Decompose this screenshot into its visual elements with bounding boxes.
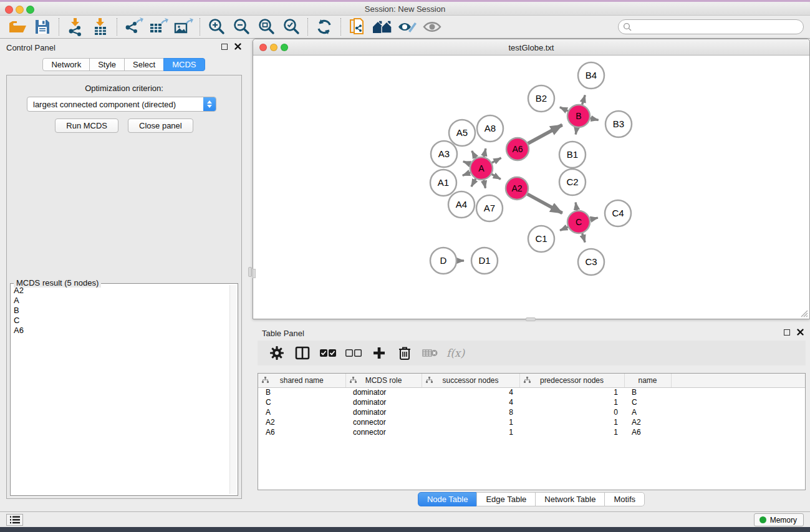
vertical-splitter-grip[interactable] bbox=[248, 267, 252, 277]
column-header-MCDS-role[interactable]: MCDS role bbox=[345, 374, 422, 387]
open-session-button[interactable] bbox=[5, 17, 30, 37]
mcds-result-list[interactable]: A2ABCA6 bbox=[12, 286, 229, 494]
float-panel-icon[interactable] bbox=[221, 44, 228, 50]
tab-edge-table[interactable]: Edge Table bbox=[476, 492, 536, 506]
table-cell[interactable]: connector bbox=[345, 417, 422, 427]
table-cell[interactable]: B bbox=[258, 387, 345, 397]
table-cell[interactable]: 1 bbox=[519, 417, 624, 427]
result-scrollbar[interactable] bbox=[229, 285, 236, 494]
graph-edge-A-A8[interactable] bbox=[484, 148, 486, 157]
graph-edge-A-A4[interactable] bbox=[471, 179, 476, 186]
graph-edge-B-B3[interactable] bbox=[591, 118, 599, 120]
graph-edge-A2-C[interactable] bbox=[528, 194, 562, 213]
column-header-successor-nodes[interactable]: successor nodes bbox=[422, 374, 519, 387]
delete-table-button[interactable] bbox=[418, 343, 441, 363]
optimization-criterion-dropdown[interactable]: largest connected component (directed) bbox=[27, 97, 216, 112]
zoom-in-button[interactable] bbox=[204, 17, 229, 37]
annotation-visibility-button[interactable] bbox=[395, 17, 420, 37]
table-header-row[interactable]: shared nameMCDS rolesuccessor nodesprede… bbox=[258, 374, 805, 387]
graph-edge-B-B2[interactable] bbox=[560, 107, 568, 111]
show-columns-button[interactable] bbox=[291, 343, 314, 363]
graph-edge-A-A5[interactable] bbox=[472, 151, 476, 158]
close-table-panel-icon[interactable] bbox=[797, 329, 804, 336]
import-network-button[interactable] bbox=[63, 17, 88, 37]
tab-motifs[interactable]: Motifs bbox=[604, 492, 645, 506]
table-row[interactable]: Adominator80A bbox=[258, 407, 805, 417]
horizontal-splitter-grip[interactable] bbox=[526, 317, 536, 321]
apply-layout-button[interactable] bbox=[312, 17, 337, 37]
graph-edge-C-C4[interactable] bbox=[591, 218, 598, 220]
network-left-grip[interactable] bbox=[253, 269, 256, 278]
table-cell[interactable]: 1 bbox=[422, 417, 519, 427]
deselect-all-button[interactable] bbox=[342, 343, 365, 363]
run-mcds-button[interactable]: Run MCDS bbox=[55, 118, 118, 133]
clone-network-button[interactable] bbox=[345, 17, 370, 37]
mcds-result-item[interactable]: C bbox=[12, 316, 229, 326]
save-session-button[interactable] bbox=[30, 17, 55, 37]
graph-edge-A-A3[interactable] bbox=[463, 162, 470, 164]
delete-column-button[interactable] bbox=[393, 343, 416, 363]
node-table[interactable]: shared nameMCDS rolesuccessor nodesprede… bbox=[258, 374, 805, 437]
mcds-result-item[interactable]: B bbox=[12, 306, 229, 316]
select-all-button[interactable] bbox=[316, 343, 339, 363]
column-header-predecessor-nodes[interactable]: predecessor nodes bbox=[519, 374, 624, 387]
table-cell[interactable]: C bbox=[624, 397, 671, 407]
function-builder-button[interactable]: f(x) bbox=[444, 343, 467, 363]
memory-button[interactable]: Memory bbox=[754, 513, 804, 526]
graph-edge-B-B1[interactable] bbox=[576, 128, 577, 135]
table-row[interactable]: A6connector11A6 bbox=[258, 427, 805, 437]
table-cell[interactable]: A bbox=[258, 407, 345, 417]
graph-edge-A-A7[interactable] bbox=[484, 180, 486, 188]
export-network-button[interactable] bbox=[121, 17, 146, 37]
table-cell[interactable]: 1 bbox=[519, 387, 624, 397]
graph-edge-A-A1[interactable] bbox=[463, 173, 470, 176]
table-cell[interactable]: dominator bbox=[345, 407, 422, 417]
zoom-fit-button[interactable] bbox=[254, 17, 279, 37]
table-cell[interactable]: A2 bbox=[624, 417, 671, 427]
table-settings-button[interactable] bbox=[265, 343, 288, 363]
table-cell[interactable]: A6 bbox=[258, 427, 345, 437]
search-input[interactable] bbox=[632, 21, 803, 33]
mcds-result-item[interactable]: A bbox=[12, 296, 229, 306]
tab-network-table[interactable]: Network Table bbox=[535, 492, 605, 506]
tab-style[interactable]: Style bbox=[89, 58, 125, 71]
mcds-result-item[interactable]: A2 bbox=[12, 286, 229, 296]
graph-edge-B-B4[interactable] bbox=[582, 95, 586, 105]
zoom-selected-button[interactable] bbox=[279, 17, 304, 37]
close-panel-icon[interactable] bbox=[234, 43, 241, 50]
graph-edge-C-C1[interactable] bbox=[560, 227, 568, 231]
graph-edge-C-C3[interactable] bbox=[582, 233, 585, 242]
graph-edge-A6-B[interactable] bbox=[528, 125, 562, 143]
table-cell[interactable]: B bbox=[624, 387, 671, 397]
column-header-name[interactable]: name bbox=[624, 374, 671, 387]
table-cell[interactable]: 8 bbox=[422, 407, 519, 417]
tab-mcds[interactable]: MCDS bbox=[163, 58, 205, 71]
table-cell[interactable]: 0 bbox=[519, 407, 624, 417]
export-image-button[interactable] bbox=[171, 17, 196, 37]
graph-edge-A-A6[interactable] bbox=[492, 158, 501, 163]
table-row[interactable]: A2connector11A2 bbox=[258, 417, 805, 427]
column-header-shared-name[interactable]: shared name bbox=[258, 374, 345, 387]
table-cell[interactable]: 4 bbox=[422, 387, 519, 397]
tab-node-table[interactable]: Node Table bbox=[418, 492, 478, 506]
export-table-button[interactable] bbox=[146, 17, 171, 37]
graph-edge-C-C2[interactable] bbox=[576, 203, 577, 211]
table-cell[interactable]: 1 bbox=[422, 427, 519, 437]
task-history-button[interactable] bbox=[6, 514, 23, 526]
table-cell[interactable]: dominator bbox=[345, 387, 422, 397]
tab-select[interactable]: Select bbox=[124, 58, 164, 71]
table-cell[interactable]: connector bbox=[345, 427, 422, 437]
table-cell[interactable]: dominator bbox=[345, 397, 422, 407]
import-table-button[interactable] bbox=[88, 17, 113, 37]
graph-edge-A-A2[interactable] bbox=[492, 174, 501, 179]
table-cell[interactable]: 1 bbox=[519, 397, 624, 407]
table-row[interactable]: Bdominator41B bbox=[258, 387, 805, 397]
tab-network[interactable]: Network bbox=[42, 58, 90, 71]
float-table-panel-icon[interactable] bbox=[784, 329, 790, 336]
zoom-out-button[interactable] bbox=[229, 17, 254, 37]
create-column-button[interactable] bbox=[367, 343, 390, 363]
table-cell[interactable]: 1 bbox=[519, 427, 624, 437]
mcds-result-item[interactable]: A6 bbox=[12, 326, 229, 336]
network-canvas[interactable]: B4B2BB3A8A5A6A3B1AC2A1A2A4A7C4CC1C3DD1 bbox=[253, 56, 809, 318]
table-cell[interactable]: A2 bbox=[258, 417, 345, 427]
